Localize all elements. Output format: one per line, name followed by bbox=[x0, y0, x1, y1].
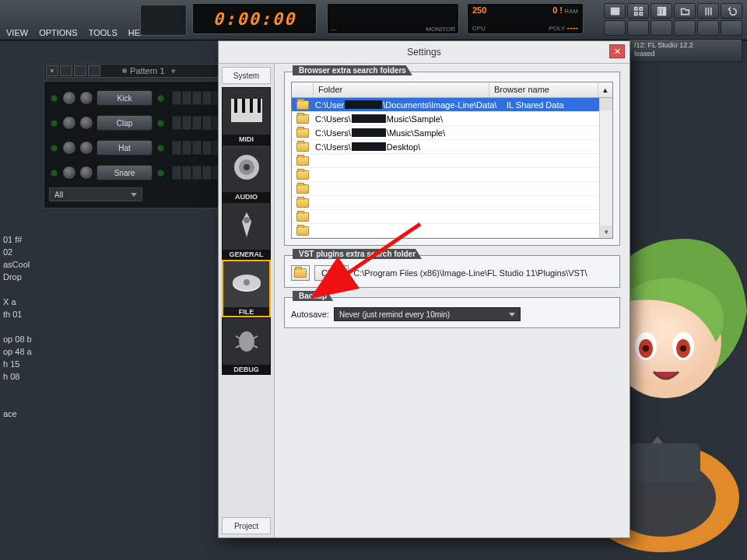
menu-view[interactable]: VIEW bbox=[2, 26, 33, 39]
table-row-empty[interactable] bbox=[292, 182, 612, 196]
btn-f[interactable] bbox=[721, 20, 742, 36]
mute-led[interactable] bbox=[158, 121, 163, 126]
channel-led[interactable] bbox=[51, 170, 57, 176]
rack-btn-2[interactable] bbox=[74, 65, 86, 76]
time-display[interactable]: 0:00:00 bbox=[192, 3, 317, 34]
step[interactable] bbox=[202, 166, 212, 180]
btn-stepseq[interactable] bbox=[627, 3, 649, 19]
browser-item[interactable]: op 08 b bbox=[0, 333, 40, 345]
mute-led[interactable] bbox=[158, 96, 163, 101]
scroll-up[interactable] bbox=[600, 98, 612, 110]
table-row-empty[interactable] bbox=[292, 210, 612, 224]
channel-button[interactable]: Hat bbox=[96, 140, 153, 156]
table-row-empty[interactable] bbox=[292, 168, 612, 182]
step[interactable] bbox=[182, 91, 191, 105]
vol-knob[interactable] bbox=[79, 91, 93, 105]
table-row-empty[interactable] bbox=[292, 224, 612, 238]
table-row[interactable]: C:\Users\Music\Sample\ bbox=[292, 112, 612, 126]
btn-undo[interactable] bbox=[721, 3, 742, 19]
channel-button[interactable]: Clap bbox=[96, 115, 153, 131]
col-icon[interactable] bbox=[292, 82, 314, 97]
master-section[interactable] bbox=[140, 5, 187, 36]
rack-btn-1[interactable] bbox=[60, 65, 72, 76]
step[interactable] bbox=[202, 116, 212, 130]
tab-audio[interactable]: AUDIO bbox=[222, 145, 271, 202]
step[interactable] bbox=[172, 116, 181, 130]
channel-filter[interactable]: All bbox=[49, 187, 142, 201]
browser-item[interactable]: h 08 bbox=[0, 370, 40, 383]
btn-d[interactable] bbox=[674, 20, 696, 36]
step[interactable] bbox=[192, 141, 202, 155]
step[interactable] bbox=[182, 116, 191, 130]
channel-led[interactable] bbox=[51, 121, 57, 126]
tab-midi[interactable]: MIDI bbox=[222, 87, 271, 145]
tab-general[interactable]: GENERAL bbox=[222, 202, 271, 260]
step[interactable] bbox=[172, 91, 181, 105]
table-row-empty[interactable] bbox=[292, 154, 612, 168]
browser-item[interactable]: 01 f# bbox=[0, 233, 40, 246]
btn-mixer[interactable] bbox=[697, 3, 719, 19]
table-row[interactable]: C:\User\Documents\Image-Line\Data\IL Sha… bbox=[292, 98, 612, 112]
step[interactable] bbox=[172, 141, 181, 155]
btn-browser[interactable] bbox=[674, 3, 696, 19]
vst-browse-button[interactable] bbox=[291, 265, 310, 281]
vol-knob[interactable] bbox=[79, 166, 93, 180]
browser-item[interactable]: op 48 a bbox=[0, 345, 40, 358]
mute-led[interactable] bbox=[158, 145, 163, 151]
tab-system[interactable]: System bbox=[222, 67, 271, 84]
browser-item[interactable]: h 15 bbox=[0, 358, 40, 370]
vst-clear-button[interactable]: Clear bbox=[314, 265, 349, 281]
step[interactable] bbox=[182, 166, 191, 180]
step[interactable] bbox=[192, 166, 202, 180]
btn-b[interactable] bbox=[627, 20, 649, 36]
step[interactable] bbox=[202, 141, 212, 155]
btn-playlist[interactable] bbox=[604, 3, 626, 19]
browser-item[interactable]: th 01 bbox=[0, 308, 40, 320]
browser-item[interactable]: asCool bbox=[0, 258, 40, 271]
channel-button[interactable]: Kick bbox=[96, 90, 153, 106]
step[interactable] bbox=[192, 116, 202, 130]
tab-project[interactable]: Project bbox=[222, 517, 271, 534]
browser-item[interactable]: 02 bbox=[0, 246, 40, 258]
btn-e[interactable] bbox=[697, 20, 719, 36]
close-icon[interactable]: × bbox=[46, 65, 58, 76]
table-row[interactable]: C:\Users\\Music\Sample\ bbox=[292, 126, 612, 140]
browser-item[interactable]: Drop bbox=[0, 271, 40, 283]
settings-dialog: Settings ✕ System MIDI AUDIO GENERAL FIL… bbox=[218, 40, 630, 538]
tab-debug[interactable]: DEBUG bbox=[222, 317, 271, 375]
close-button[interactable]: ✕ bbox=[609, 44, 625, 58]
table-scrollbar[interactable]: ▾ bbox=[599, 98, 612, 238]
pan-knob[interactable] bbox=[62, 116, 76, 130]
channel-button[interactable]: Snare bbox=[96, 165, 153, 180]
table-row-empty[interactable] bbox=[292, 196, 612, 210]
step[interactable] bbox=[172, 166, 181, 180]
vol-knob[interactable] bbox=[79, 116, 93, 130]
step[interactable] bbox=[192, 91, 202, 105]
pattern-selector[interactable]: Pattern 1▾ bbox=[122, 66, 176, 76]
scroll-up-icon[interactable]: ▴ bbox=[598, 82, 612, 97]
step[interactable] bbox=[182, 141, 191, 155]
channel-led[interactable] bbox=[51, 145, 57, 151]
browser-item[interactable]: ace bbox=[0, 408, 40, 420]
settings-titlebar[interactable]: Settings ✕ bbox=[219, 41, 630, 63]
pan-knob[interactable] bbox=[62, 166, 76, 180]
btn-pianoroll[interactable] bbox=[651, 3, 672, 19]
mute-led[interactable] bbox=[158, 170, 163, 176]
btn-a[interactable] bbox=[604, 20, 626, 36]
rack-btn-3[interactable] bbox=[88, 65, 100, 76]
col-folder[interactable]: Folder bbox=[314, 82, 489, 97]
btn-c[interactable] bbox=[651, 20, 672, 36]
tab-file[interactable]: FILE bbox=[222, 260, 271, 317]
vol-knob[interactable] bbox=[79, 141, 93, 155]
channel-led[interactable] bbox=[51, 96, 57, 101]
pan-knob[interactable] bbox=[62, 141, 76, 155]
pan-knob[interactable] bbox=[62, 91, 76, 105]
autosave-dropdown[interactable]: Never (just remind every 10min) bbox=[334, 307, 521, 321]
browser-item[interactable]: X a bbox=[0, 296, 40, 308]
col-browser-name[interactable]: Browser name bbox=[489, 82, 598, 97]
table-row[interactable]: C:\Users\Desktop\ bbox=[292, 140, 612, 154]
menu-options[interactable]: OPTIONS bbox=[34, 26, 82, 39]
menu-tools[interactable]: TOOLS bbox=[84, 26, 122, 39]
scroll-down[interactable]: ▾ bbox=[600, 226, 612, 238]
step[interactable] bbox=[202, 91, 212, 105]
